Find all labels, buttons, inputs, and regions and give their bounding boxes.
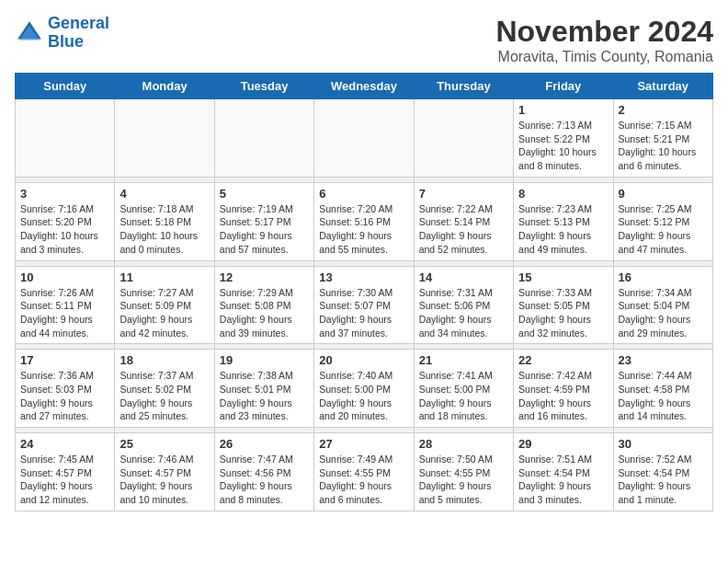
day-cell: 16Sunrise: 7:34 AM Sunset: 5:04 PM Dayli… — [613, 266, 712, 344]
weekday-header-friday: Friday — [514, 74, 613, 99]
day-number: 20 — [319, 353, 408, 367]
day-info: Sunrise: 7:37 AM Sunset: 5:02 PM Dayligh… — [119, 369, 209, 423]
day-number: 23 — [619, 353, 708, 367]
day-number: 26 — [220, 437, 309, 451]
day-number: 29 — [518, 437, 608, 451]
day-info: Sunrise: 7:16 AM Sunset: 5:20 PM Dayligh… — [20, 202, 109, 257]
day-number: 19 — [220, 353, 309, 367]
day-number: 18 — [119, 353, 209, 367]
day-cell: 11Sunrise: 7:27 AM Sunset: 5:09 PM Dayli… — [115, 266, 214, 344]
week-row-2: 10Sunrise: 7:26 AM Sunset: 5:11 PM Dayli… — [16, 266, 713, 344]
day-cell — [115, 99, 214, 178]
day-info: Sunrise: 7:15 AM Sunset: 5:21 PM Dayligh… — [619, 119, 708, 173]
day-number: 12 — [220, 270, 309, 284]
day-number: 14 — [419, 270, 508, 284]
day-cell: 12Sunrise: 7:29 AM Sunset: 5:08 PM Dayli… — [214, 266, 313, 344]
day-number: 9 — [619, 187, 708, 201]
day-info: Sunrise: 7:40 AM Sunset: 5:00 PM Dayligh… — [319, 369, 408, 423]
calendar: SundayMondayTuesdayWednesdayThursdayFrid… — [15, 73, 713, 511]
week-row-3: 17Sunrise: 7:36 AM Sunset: 5:03 PM Dayli… — [16, 350, 713, 428]
logo-text: General Blue — [48, 15, 109, 52]
day-info: Sunrise: 7:18 AM Sunset: 5:18 PM Dayligh… — [119, 202, 209, 257]
day-cell: 26Sunrise: 7:47 AM Sunset: 4:56 PM Dayli… — [214, 433, 313, 511]
day-info: Sunrise: 7:33 AM Sunset: 5:05 PM Dayligh… — [518, 286, 608, 340]
day-cell: 17Sunrise: 7:36 AM Sunset: 5:03 PM Dayli… — [16, 350, 115, 428]
day-cell: 2Sunrise: 7:15 AM Sunset: 5:21 PM Daylig… — [613, 99, 712, 178]
day-cell: 4Sunrise: 7:18 AM Sunset: 5:18 PM Daylig… — [115, 182, 214, 260]
day-cell — [314, 99, 414, 178]
title-block: November 2024 Moravita, Timis County, Ro… — [495, 15, 713, 65]
day-cell: 7Sunrise: 7:22 AM Sunset: 5:14 PM Daylig… — [414, 182, 513, 260]
day-cell: 21Sunrise: 7:41 AM Sunset: 5:00 PM Dayli… — [414, 350, 513, 428]
day-cell: 20Sunrise: 7:40 AM Sunset: 5:00 PM Dayli… — [314, 350, 414, 428]
day-number: 17 — [20, 353, 109, 367]
day-number: 28 — [419, 437, 508, 451]
day-info: Sunrise: 7:44 AM Sunset: 4:58 PM Dayligh… — [619, 369, 708, 423]
day-number: 30 — [619, 437, 708, 451]
day-cell: 1Sunrise: 7:13 AM Sunset: 5:22 PM Daylig… — [514, 99, 613, 178]
weekday-header-saturday: Saturday — [613, 74, 712, 99]
page-header: General Blue November 2024 Moravita, Tim… — [15, 15, 713, 65]
logo-line1: General — [48, 14, 109, 32]
day-info: Sunrise: 7:34 AM Sunset: 5:04 PM Dayligh… — [619, 286, 708, 340]
weekday-header-sunday: Sunday — [16, 74, 115, 99]
day-cell: 5Sunrise: 7:19 AM Sunset: 5:17 PM Daylig… — [214, 182, 313, 260]
day-cell: 19Sunrise: 7:38 AM Sunset: 5:01 PM Dayli… — [214, 350, 313, 428]
day-number: 21 — [419, 353, 508, 367]
day-info: Sunrise: 7:23 AM Sunset: 5:13 PM Dayligh… — [518, 202, 608, 257]
weekday-header-wednesday: Wednesday — [314, 74, 414, 99]
location-title: Moravita, Timis County, Romania — [495, 49, 713, 65]
day-info: Sunrise: 7:47 AM Sunset: 4:56 PM Dayligh… — [220, 453, 309, 507]
day-cell: 14Sunrise: 7:31 AM Sunset: 5:06 PM Dayli… — [414, 266, 513, 344]
day-cell: 15Sunrise: 7:33 AM Sunset: 5:05 PM Dayli… — [514, 266, 613, 344]
day-info: Sunrise: 7:13 AM Sunset: 5:22 PM Dayligh… — [518, 119, 608, 173]
logo-line2: Blue — [48, 32, 84, 51]
day-info: Sunrise: 7:26 AM Sunset: 5:11 PM Dayligh… — [20, 286, 109, 340]
day-number: 2 — [619, 103, 708, 117]
month-title: November 2024 — [495, 15, 713, 49]
day-info: Sunrise: 7:19 AM Sunset: 5:17 PM Dayligh… — [220, 202, 309, 257]
day-cell: 30Sunrise: 7:52 AM Sunset: 4:54 PM Dayli… — [613, 433, 712, 511]
logo: General Blue — [15, 15, 109, 52]
logo-icon — [15, 18, 44, 48]
day-cell: 13Sunrise: 7:30 AM Sunset: 5:07 PM Dayli… — [314, 266, 414, 344]
weekday-header-monday: Monday — [115, 74, 214, 99]
day-info: Sunrise: 7:29 AM Sunset: 5:08 PM Dayligh… — [220, 286, 309, 340]
day-info: Sunrise: 7:42 AM Sunset: 4:59 PM Dayligh… — [518, 369, 608, 423]
day-cell — [16, 99, 115, 178]
day-cell: 24Sunrise: 7:45 AM Sunset: 4:57 PM Dayli… — [16, 433, 115, 511]
day-cell: 3Sunrise: 7:16 AM Sunset: 5:20 PM Daylig… — [16, 182, 115, 260]
weekday-header-tuesday: Tuesday — [214, 74, 313, 99]
day-info: Sunrise: 7:36 AM Sunset: 5:03 PM Dayligh… — [20, 369, 109, 423]
day-number: 4 — [119, 187, 209, 201]
day-info: Sunrise: 7:30 AM Sunset: 5:07 PM Dayligh… — [319, 286, 408, 340]
day-number: 16 — [619, 270, 708, 284]
day-number: 6 — [319, 187, 408, 201]
day-number: 8 — [518, 187, 608, 201]
day-number: 11 — [119, 270, 209, 284]
week-row-1: 3Sunrise: 7:16 AM Sunset: 5:20 PM Daylig… — [16, 182, 713, 260]
weekday-header-thursday: Thursday — [414, 74, 513, 99]
day-info: Sunrise: 7:41 AM Sunset: 5:00 PM Dayligh… — [419, 369, 508, 423]
day-cell: 28Sunrise: 7:50 AM Sunset: 4:55 PM Dayli… — [414, 433, 513, 511]
day-info: Sunrise: 7:20 AM Sunset: 5:16 PM Dayligh… — [319, 202, 408, 257]
day-number: 15 — [518, 270, 608, 284]
day-info: Sunrise: 7:45 AM Sunset: 4:57 PM Dayligh… — [20, 453, 109, 507]
day-cell: 18Sunrise: 7:37 AM Sunset: 5:02 PM Dayli… — [115, 350, 214, 428]
day-info: Sunrise: 7:38 AM Sunset: 5:01 PM Dayligh… — [220, 369, 309, 423]
day-info: Sunrise: 7:27 AM Sunset: 5:09 PM Dayligh… — [119, 286, 209, 340]
day-cell: 9Sunrise: 7:25 AM Sunset: 5:12 PM Daylig… — [613, 182, 712, 260]
day-number: 5 — [220, 187, 309, 201]
week-row-4: 24Sunrise: 7:45 AM Sunset: 4:57 PM Dayli… — [16, 433, 713, 511]
day-number: 27 — [319, 437, 408, 451]
weekday-header-row: SundayMondayTuesdayWednesdayThursdayFrid… — [16, 74, 713, 99]
day-info: Sunrise: 7:22 AM Sunset: 5:14 PM Dayligh… — [419, 202, 508, 257]
day-number: 13 — [319, 270, 408, 284]
day-number: 25 — [119, 437, 209, 451]
day-number: 10 — [20, 270, 109, 284]
day-cell: 22Sunrise: 7:42 AM Sunset: 4:59 PM Dayli… — [514, 350, 613, 428]
day-number: 24 — [20, 437, 109, 451]
day-info: Sunrise: 7:46 AM Sunset: 4:57 PM Dayligh… — [119, 453, 209, 507]
day-info: Sunrise: 7:31 AM Sunset: 5:06 PM Dayligh… — [419, 286, 508, 340]
day-info: Sunrise: 7:51 AM Sunset: 4:54 PM Dayligh… — [518, 453, 608, 507]
